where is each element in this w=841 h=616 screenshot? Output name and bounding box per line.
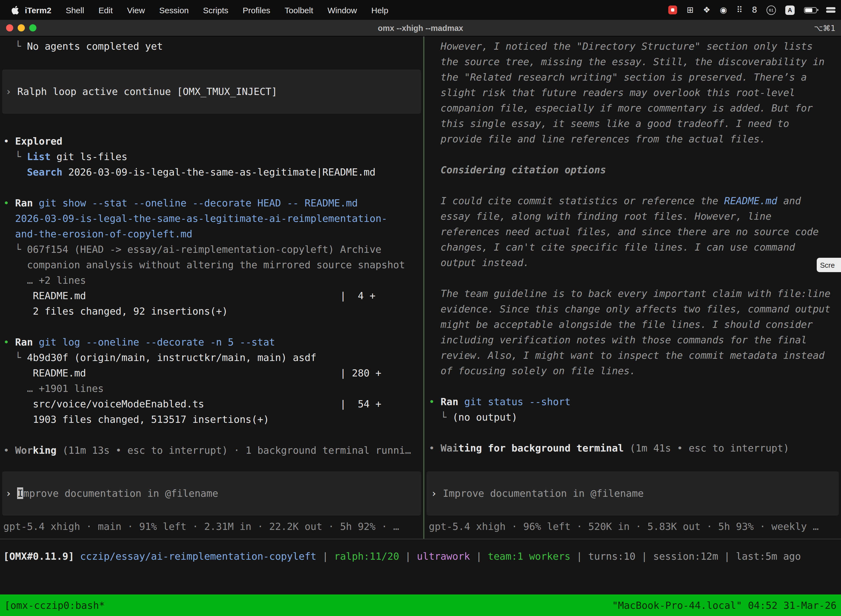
terminal-line: • Waiting for background terminal (1m 41… bbox=[424, 440, 841, 456]
terminal-line: • Explored bbox=[0, 133, 423, 149]
terminal-line: └ 4b9d30f (origin/main, instructkr/main,… bbox=[0, 350, 423, 365]
pane-left-content: └ No agents completed yet› Ralph loop ac… bbox=[0, 39, 423, 458]
terminal-block: However, I noticed the "Directory Struct… bbox=[424, 39, 841, 147]
screen-overlay-tab[interactable]: Scre bbox=[817, 258, 841, 272]
terminal-line: of focusing solely on file lines. bbox=[424, 363, 841, 378]
terminal-line: evidence. Since this change only affects… bbox=[424, 301, 841, 317]
menu-item-help[interactable]: Help bbox=[371, 5, 388, 15]
menu-item-list: iTerm2ShellEditViewSessionScriptsProfile… bbox=[25, 5, 388, 15]
omx-status-segment: cczip/essay/ai-reimplementation-copyleft bbox=[80, 550, 316, 562]
pane-status-left: gpt-5.4 xhigh · main · 91% left · 2.31M … bbox=[0, 519, 423, 534]
omx-status-segment: team:1 workers bbox=[488, 550, 571, 562]
terminal-line: this single essay, it seems like a good … bbox=[424, 116, 841, 131]
terminal-block: • Ran git show --stat --oneline --decora… bbox=[0, 195, 423, 319]
terminal-line: the source tree, missing the essay. Stil… bbox=[424, 54, 841, 70]
terminal-line: └ No agents completed yet bbox=[0, 39, 423, 54]
terminal-line: … +2 lines bbox=[0, 273, 423, 288]
terminal-line: review. Also, I might want to inspect th… bbox=[424, 348, 841, 363]
window-title-bar[interactable]: omx --xhigh --madmax ⌥⌘1 bbox=[0, 20, 841, 37]
ralph-loop-banner[interactable]: › Ralph loop active continue [OMX_TMUX_I… bbox=[2, 70, 421, 114]
control-center-icon[interactable] bbox=[826, 7, 835, 13]
terminal-line: companion analysis without altering the … bbox=[0, 257, 423, 273]
prompt-input-right[interactable]: › Improve documentation in @filename bbox=[426, 471, 839, 516]
pane-left: └ No agents completed yet› Ralph loop ac… bbox=[0, 37, 424, 539]
omx-status-bar: [OMX#0.11.9] cczip/essay/ai-reimplementa… bbox=[0, 540, 841, 572]
terminal-line: … +1901 lines bbox=[0, 381, 423, 396]
omx-status-segment: ultrawork bbox=[417, 550, 470, 562]
terminal-line: Considering citation options bbox=[424, 162, 841, 178]
omx-status-segment: | bbox=[636, 550, 653, 562]
terminal-line: essay file, along with finding root file… bbox=[424, 209, 841, 224]
window-shortcut-label: ⌥⌘1 bbox=[814, 23, 841, 32]
omx-status-segment: [OMX#0.11.9] bbox=[3, 550, 80, 562]
omx-status-segment: last:5m ago bbox=[736, 550, 801, 562]
terminal-block: • Waiting for background terminal (1m 41… bbox=[424, 440, 841, 456]
menu-item-shell[interactable]: Shell bbox=[66, 5, 84, 15]
terminal-block: • Ran git status --short └ (no output) bbox=[424, 394, 841, 425]
terminal-line: output instead. bbox=[424, 255, 841, 270]
terminal-line: └ (no output) bbox=[424, 409, 841, 425]
omx-status-segment: | bbox=[399, 550, 417, 562]
digit-8-icon[interactable]: 8 bbox=[752, 5, 757, 15]
terminal-line: Search 2026-03-09-is-legal-the-same-as-l… bbox=[0, 164, 423, 180]
apple-menu-icon[interactable] bbox=[11, 5, 19, 15]
terminal-line: I could cite commit statistics or refere… bbox=[424, 193, 841, 209]
terminal-line: › Improve documentation in @filename bbox=[426, 486, 839, 501]
terminal-line: src/voice/voiceModeEnabled.ts | 54 + bbox=[0, 396, 423, 412]
terminal-line: └ List git ls-files bbox=[0, 149, 423, 164]
droplet-icon[interactable]: ❖ bbox=[703, 5, 711, 15]
tmux-session-info: [omx-cczip0:bash* bbox=[4, 600, 105, 611]
terminal-line: The team guideline is to back every impo… bbox=[424, 286, 841, 301]
terminal-block: └ No agents completed yet bbox=[0, 39, 423, 54]
terminal-line: › Ralph loop active continue [OMX_TMUX_I… bbox=[2, 84, 421, 99]
menu-item-window[interactable]: Window bbox=[328, 5, 357, 15]
terminal-line: provide file and line references from th… bbox=[424, 131, 841, 147]
pane-status-right: gpt-5.4 xhigh · 96% left · 520K in · 5.8… bbox=[424, 519, 841, 534]
menu-item-profiles[interactable]: Profiles bbox=[243, 5, 270, 15]
terminal-block: I could cite commit statistics or refere… bbox=[424, 193, 841, 270]
terminal-line: companion file, especially if more comme… bbox=[424, 100, 841, 116]
window-title: omx --xhigh --madmax bbox=[0, 23, 841, 32]
omx-status-segment: | bbox=[571, 550, 588, 562]
menu-item-scripts[interactable]: Scripts bbox=[203, 5, 229, 15]
dots-grid-icon[interactable]: ⠿ bbox=[736, 5, 743, 15]
omx-status-segment: | bbox=[718, 550, 736, 562]
terminal-line: changes, I can't cite specific file line… bbox=[424, 239, 841, 255]
tmux-host-time: "MacBook-Pro-44.local" 04:52 31-Mar-26 bbox=[612, 600, 837, 611]
prompt-input-left[interactable]: › Improve documentation in @filename bbox=[2, 471, 421, 516]
terminal-line: › Improve documentation in @filename bbox=[2, 486, 421, 501]
menu-item-iterm2[interactable]: iTerm2 bbox=[25, 5, 51, 15]
terminal-block: Considering citation options bbox=[424, 162, 841, 178]
terminal-line: However, I noticed the "Directory Struct… bbox=[424, 39, 841, 54]
desktop: iTerm2ShellEditViewSessionScriptsProfile… bbox=[0, 0, 841, 616]
terminal-line: README.md | 4 + bbox=[0, 288, 423, 304]
gauge-61-icon[interactable]: 61 bbox=[766, 5, 776, 15]
tmux-status-bar: [omx-cczip0:bash* "MacBook-Pro-44.local"… bbox=[0, 594, 841, 616]
terminal-line: └ 067f154 (HEAD -> essay/ai-reimplementa… bbox=[0, 242, 423, 257]
terminal-block: • Ran git log --oneline --decorate -n 5 … bbox=[0, 334, 423, 427]
terminal-line: the "Related research writing" section i… bbox=[424, 70, 841, 85]
menu-item-session[interactable]: Session bbox=[159, 5, 189, 15]
terminal-block: • Explored └ List git ls-files Search 20… bbox=[0, 133, 423, 180]
terminal-line: README.md | 280 + bbox=[0, 365, 423, 381]
terminal-line: slight risk that future readers may over… bbox=[424, 85, 841, 100]
terminal-line: 1903 files changed, 513517 insertions(+) bbox=[0, 412, 423, 427]
circle-icon[interactable]: ◉ bbox=[720, 5, 727, 15]
terminal-line: including verification notes with those … bbox=[424, 332, 841, 348]
omx-status-segment: session:12m bbox=[653, 550, 718, 562]
menu-item-view[interactable]: View bbox=[127, 5, 145, 15]
menu-item-edit[interactable]: Edit bbox=[98, 5, 113, 15]
terminal-panes: └ No agents completed yet› Ralph loop ac… bbox=[0, 37, 841, 539]
terminal-block: • Working (11m 13s • esc to interrupt) ·… bbox=[0, 443, 423, 458]
battery-icon[interactable] bbox=[804, 7, 817, 13]
terminal-line: 2026-03-09-is-legal-the-same-as-legitima… bbox=[0, 211, 423, 226]
omx-status-segment: turns:10 bbox=[588, 550, 636, 562]
terminal-line: might be acceptable alongside the file l… bbox=[424, 317, 841, 332]
menu-item-toolbelt[interactable]: Toolbelt bbox=[285, 5, 313, 15]
pane-right-content: However, I noticed the "Directory Struct… bbox=[424, 39, 841, 456]
recording-indicator-icon[interactable] bbox=[668, 6, 677, 14]
keyboard-layout-icon[interactable]: A bbox=[785, 5, 795, 15]
grid-icon[interactable]: ⊞ bbox=[687, 5, 694, 15]
pane-right: However, I noticed the "Directory Struct… bbox=[424, 37, 841, 539]
terminal-line: • Ran git status --short bbox=[424, 394, 841, 409]
